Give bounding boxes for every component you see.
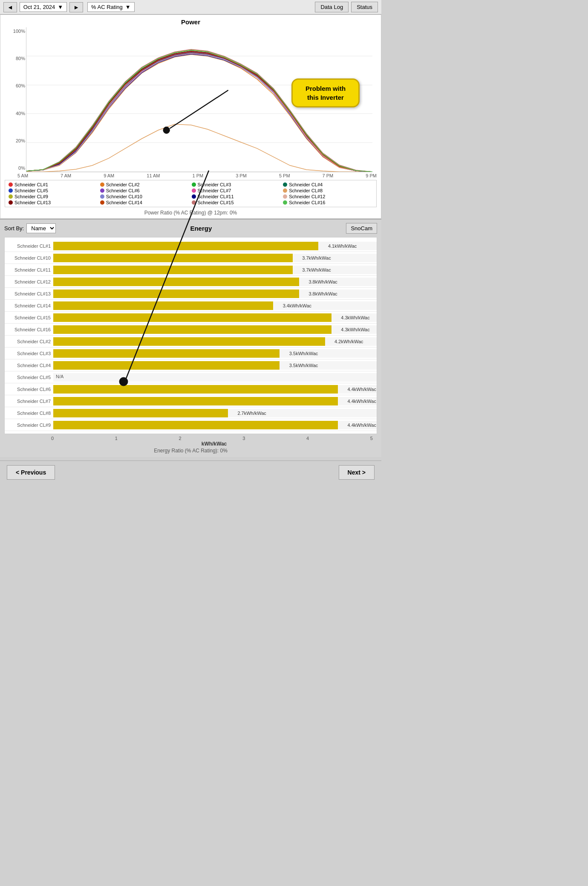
bar-row: Schneider CL#33.5kWh/kWac: [5, 347, 377, 359]
previous-button[interactable]: < Previous: [7, 465, 55, 480]
bar-container-SchneiderCL5: N/A: [53, 373, 377, 382]
legend-item-10: Schneider CL#10: [100, 194, 190, 199]
bar-container-SchneiderCL3: 3.5kWh/kWac: [53, 349, 377, 358]
legend-item-7: Schneider CL#7: [192, 188, 282, 193]
legend-item-14: Schneider CL#14: [100, 200, 190, 205]
status-button[interactable]: Status: [351, 2, 378, 12]
bar-container-SchneiderCL4: 3.5kWh/kWac: [53, 361, 377, 370]
bar-container-SchneiderCL2: 4.2kWh/kWac: [53, 337, 377, 346]
metric-dropdown-icon[interactable]: ▼: [125, 4, 131, 10]
legend-item-1: Schneider CL#1: [9, 182, 98, 187]
bar-label-SchneiderCL2: Schneider CL#2: [6, 339, 53, 344]
bar-chart: Schneider CL#14.1kWh/kWacSchneider CL#10…: [4, 237, 377, 434]
bar-row: Schneider CL#113.7kWh/kWac: [5, 264, 377, 276]
legend-item-16: Schneider CL#16: [283, 200, 373, 205]
bar-row: Schneider CL#154.3kWh/kWac: [5, 312, 377, 324]
legend-item-15: Schneider CL#15: [192, 200, 282, 205]
bar-row: Schneider CL#133.8kWh/kWac: [5, 288, 377, 300]
prev-date-button[interactable]: ◄: [3, 2, 17, 12]
next-button[interactable]: Next >: [339, 465, 375, 480]
legend-item-2: Schneider CL#2: [100, 182, 190, 187]
bar-row: Schneider CL#103.7kWh/kWac: [5, 252, 377, 264]
legend-item-13: Schneider CL#13: [9, 200, 98, 205]
bar-fill: 3.7kWh/kWac: [53, 266, 293, 274]
bar-label-SchneiderCL5: Schneider CL#5: [6, 375, 53, 380]
y-tick-60: 60%: [10, 84, 25, 88]
bar-label-SchneiderCL11: Schneider CL#11: [6, 267, 53, 272]
bar-container-SchneiderCL15: 4.3kWh/kWac: [53, 313, 377, 322]
bar-label-SchneiderCL9: Schneider CL#9: [6, 423, 53, 428]
power-section: Power 0% 20% 40% 60% 80% 100% % AC Ratin…: [0, 14, 381, 219]
bar-row: Schneider CL#24.2kWh/kWac: [5, 336, 377, 347]
x-label-9am: 9 AM: [104, 173, 114, 178]
bar-label-SchneiderCL10: Schneider CL#10: [6, 255, 53, 261]
bar-label-SchneiderCL15: Schneider CL#15: [6, 315, 53, 320]
y-tick-100: 100%: [10, 29, 25, 34]
x-label-9pm: 9 PM: [366, 173, 377, 178]
x-label-3pm: 3 PM: [236, 173, 247, 178]
sort-select[interactable]: Name Value: [26, 223, 56, 233]
bar-container-SchneiderCL12: 3.8kWh/kWac: [53, 278, 377, 286]
bar-row: Schneider CL#74.4kWh/kWac: [5, 395, 377, 407]
bar-fill: 3.8kWh/kWac: [53, 290, 299, 298]
x-label-1pm: 1 PM: [192, 173, 203, 178]
y-tick-0: 0%: [10, 166, 25, 171]
bar-container-SchneiderCL1: 4.1kWh/kWac: [53, 242, 377, 250]
x-axis-labels: 5 AM 7 AM 9 AM 11 AM 1 PM 3 PM 5 PM 7 PM…: [17, 172, 377, 178]
bar-fill: 2.7kWh/kWac: [53, 409, 228, 417]
next-date-button[interactable]: ►: [69, 2, 83, 12]
date-value: Oct 21, 2024: [23, 4, 55, 10]
y-tick-20: 20%: [10, 139, 25, 143]
x-label-7pm: 7 PM: [323, 173, 334, 178]
bar-fill: 4.1kWh/kWac: [53, 242, 318, 250]
legend-item-8: Schneider CL#8: [283, 188, 373, 193]
bar-container-SchneiderCL10: 3.7kWh/kWac: [53, 254, 377, 262]
legend-item-5: Schneider CL#5: [9, 188, 98, 193]
bottom-navigation: < Previous Next >: [0, 460, 381, 484]
bar-container-SchneiderCL16: 4.3kWh/kWac: [53, 325, 377, 334]
bar-container-SchneiderCL9: 4.4kWh/kWac: [53, 421, 377, 429]
power-ratio-text: Power Ratio (% AC Rating) @ 12pm: 0%: [0, 209, 381, 217]
bar-label-SchneiderCL4: Schneider CL#4: [6, 363, 53, 368]
bar-fill: 4.4kWh/kWac: [53, 385, 338, 394]
bar-row: Schneider CL#5N/A: [5, 371, 377, 383]
svg-point-0: [163, 127, 170, 133]
bar-fill: 4.3kWh/kWac: [53, 313, 331, 322]
x-label-7am: 7 AM: [61, 173, 71, 178]
bar-label-SchneiderCL13: Schneider CL#13: [6, 291, 53, 296]
data-log-button[interactable]: Data Log: [315, 2, 349, 12]
bar-container-SchneiderCL13: 3.8kWh/kWac: [53, 290, 377, 298]
bar-label-SchneiderCL8: Schneider CL#8: [6, 411, 53, 416]
bar-row: Schneider CL#123.8kWh/kWac: [5, 276, 377, 288]
bar-fill: 3.5kWh/kWac: [53, 349, 280, 358]
bar-row: Schneider CL#14.1kWh/kWac: [5, 240, 377, 252]
svg-line-1: [170, 90, 228, 129]
bar-fill: 4.4kWh/kWac: [53, 397, 338, 405]
bar-row: Schneider CL#82.7kWh/kWac: [5, 407, 377, 419]
bar-label-SchneiderCL3: Schneider CL#3: [6, 351, 53, 356]
metric-picker[interactable]: % AC Rating ▼: [87, 2, 135, 12]
bar-fill: 3.8kWh/kWac: [53, 278, 299, 286]
power-curves-svg: [26, 27, 372, 172]
energy-ratio-text: Energy Ratio (% AC Rating): 0%: [4, 448, 377, 454]
sort-label: Sort By:: [4, 225, 24, 232]
bar-fill: 3.4kWh/kWac: [53, 301, 273, 310]
power-chart-title: Power: [0, 18, 381, 26]
legend-item-4: Schneider CL#4: [283, 182, 373, 187]
bar-fill: 4.4kWh/kWac: [53, 421, 338, 429]
power-chart-area: 0% 20% 40% 60% 80% 100% % AC Rating: [5, 27, 377, 172]
bar-container-SchneiderCL11: 3.7kWh/kWac: [53, 266, 377, 274]
bar-label-SchneiderCL1: Schneider CL#1: [6, 243, 53, 249]
bar-label-SchneiderCL16: Schneider CL#16: [6, 327, 53, 332]
date-dropdown-icon[interactable]: ▼: [58, 4, 63, 10]
chart-legend: Schneider CL#1Schneider CL#2Schneider CL…: [5, 180, 377, 207]
legend-item-3: Schneider CL#3: [192, 182, 282, 187]
energy-x-label: kWh/kWac: [51, 441, 377, 447]
snocam-button[interactable]: SnoCam: [346, 223, 377, 234]
bar-fill: 3.5kWh/kWac: [53, 361, 280, 370]
date-picker[interactable]: Oct 21, 2024 ▼: [20, 2, 67, 12]
bar-row: Schneider CL#94.4kWh/kWac: [5, 419, 377, 431]
bar-row: Schneider CL#43.5kWh/kWac: [5, 359, 377, 371]
bar-fill: 3.7kWh/kWac: [53, 254, 293, 262]
x-label-5am: 5 AM: [17, 173, 28, 178]
